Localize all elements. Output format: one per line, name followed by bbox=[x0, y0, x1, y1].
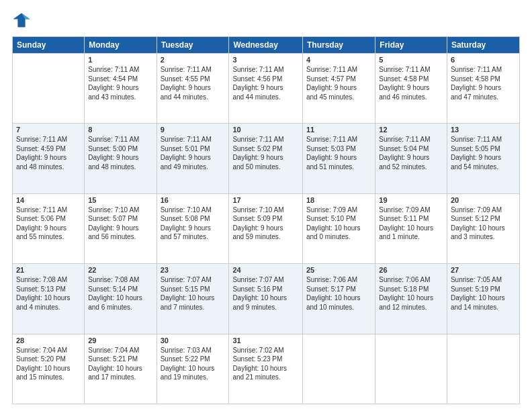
calendar-cell: 28Sunrise: 7:04 AMSunset: 5:20 PMDayligh… bbox=[13, 334, 85, 404]
calendar-cell: 13Sunrise: 7:11 AMSunset: 5:05 PMDayligh… bbox=[447, 124, 519, 193]
calendar-cell: 14Sunrise: 7:11 AMSunset: 5:06 PMDayligh… bbox=[13, 193, 85, 263]
cell-info: Sunrise: 7:11 AMSunset: 4:56 PMDaylight:… bbox=[232, 65, 299, 101]
cell-info: Sunrise: 7:06 AMSunset: 5:18 PMDaylight:… bbox=[379, 275, 443, 312]
calendar-cell: 8Sunrise: 7:11 AMSunset: 5:00 PMDaylight… bbox=[85, 124, 157, 193]
calendar-cell: 5Sunrise: 7:11 AMSunset: 4:58 PMDaylight… bbox=[375, 54, 447, 124]
calendar-cell: 10Sunrise: 7:11 AMSunset: 5:02 PMDayligh… bbox=[229, 124, 303, 193]
weekday-wednesday: Wednesday bbox=[229, 37, 303, 54]
cell-info: Sunrise: 7:11 AMSunset: 4:58 PMDaylight:… bbox=[451, 65, 516, 101]
cell-info: Sunrise: 7:11 AMSunset: 5:02 PMDaylight:… bbox=[232, 135, 299, 171]
weekday-tuesday: Tuesday bbox=[157, 37, 229, 54]
calendar-cell bbox=[375, 334, 447, 404]
cell-info: Sunrise: 7:07 AMSunset: 5:16 PMDaylight:… bbox=[232, 275, 299, 312]
day-number: 5 bbox=[379, 56, 443, 64]
day-number: 3 bbox=[232, 56, 299, 64]
calendar-cell: 23Sunrise: 7:07 AMSunset: 5:15 PMDayligh… bbox=[157, 264, 229, 334]
calendar-cell bbox=[302, 334, 375, 404]
cell-info: Sunrise: 7:09 AMSunset: 5:10 PMDaylight:… bbox=[306, 205, 371, 242]
cell-info: Sunrise: 7:10 AMSunset: 5:07 PMDaylight:… bbox=[88, 205, 152, 242]
day-number: 2 bbox=[161, 56, 226, 64]
day-number: 10 bbox=[232, 126, 299, 134]
day-number: 11 bbox=[306, 126, 371, 134]
cell-info: Sunrise: 7:11 AMSunset: 4:54 PMDaylight:… bbox=[88, 65, 152, 101]
day-number: 26 bbox=[379, 266, 443, 274]
page: SundayMondayTuesdayWednesdayThursdayFrid… bbox=[0, 0, 532, 411]
logo-bird-icon bbox=[12, 11, 31, 30]
calendar-cell: 16Sunrise: 7:10 AMSunset: 5:08 PMDayligh… bbox=[157, 193, 229, 263]
week-row-4: 28Sunrise: 7:04 AMSunset: 5:20 PMDayligh… bbox=[13, 334, 520, 404]
day-number: 12 bbox=[379, 126, 443, 134]
day-number: 29 bbox=[88, 336, 152, 345]
calendar-cell bbox=[13, 54, 85, 124]
day-number: 31 bbox=[232, 336, 299, 345]
day-number: 13 bbox=[451, 126, 516, 134]
day-number: 14 bbox=[16, 196, 81, 204]
day-number: 7 bbox=[16, 126, 81, 134]
cell-info: Sunrise: 7:10 AMSunset: 5:08 PMDaylight:… bbox=[161, 205, 226, 242]
day-number: 20 bbox=[451, 196, 516, 204]
cell-info: Sunrise: 7:11 AMSunset: 4:57 PMDaylight:… bbox=[306, 65, 371, 101]
day-number: 19 bbox=[379, 196, 443, 204]
calendar-cell: 9Sunrise: 7:11 AMSunset: 5:01 PMDaylight… bbox=[157, 124, 229, 193]
cell-info: Sunrise: 7:04 AMSunset: 5:21 PMDaylight:… bbox=[88, 346, 152, 382]
weekday-thursday: Thursday bbox=[302, 37, 375, 54]
calendar-cell: 4Sunrise: 7:11 AMSunset: 4:57 PMDaylight… bbox=[302, 54, 375, 124]
cell-info: Sunrise: 7:08 AMSunset: 5:13 PMDaylight:… bbox=[16, 275, 81, 312]
calendar-cell: 19Sunrise: 7:09 AMSunset: 5:11 PMDayligh… bbox=[375, 193, 447, 263]
day-number: 4 bbox=[306, 56, 371, 64]
weekday-sunday: Sunday bbox=[13, 37, 85, 54]
cell-info: Sunrise: 7:10 AMSunset: 5:09 PMDaylight:… bbox=[232, 205, 299, 242]
header bbox=[12, 11, 520, 30]
logo bbox=[12, 11, 34, 30]
calendar-cell: 21Sunrise: 7:08 AMSunset: 5:13 PMDayligh… bbox=[13, 264, 85, 334]
day-number: 15 bbox=[88, 196, 152, 204]
calendar-cell: 24Sunrise: 7:07 AMSunset: 5:16 PMDayligh… bbox=[229, 264, 303, 334]
calendar-cell: 6Sunrise: 7:11 AMSunset: 4:58 PMDaylight… bbox=[447, 54, 519, 124]
cell-info: Sunrise: 7:11 AMSunset: 5:04 PMDaylight:… bbox=[379, 135, 443, 171]
calendar-cell: 1Sunrise: 7:11 AMSunset: 4:54 PMDaylight… bbox=[85, 54, 157, 124]
calendar-cell: 11Sunrise: 7:11 AMSunset: 5:03 PMDayligh… bbox=[302, 124, 375, 193]
day-number: 8 bbox=[88, 126, 152, 134]
day-number: 25 bbox=[306, 266, 371, 274]
calendar-cell: 31Sunrise: 7:02 AMSunset: 5:23 PMDayligh… bbox=[229, 334, 303, 404]
calendar-cell: 22Sunrise: 7:08 AMSunset: 5:14 PMDayligh… bbox=[85, 264, 157, 334]
day-number: 1 bbox=[88, 56, 152, 64]
day-number: 9 bbox=[161, 126, 226, 134]
cell-info: Sunrise: 7:03 AMSunset: 5:22 PMDaylight:… bbox=[161, 346, 226, 382]
calendar-cell: 18Sunrise: 7:09 AMSunset: 5:10 PMDayligh… bbox=[302, 193, 375, 263]
cell-info: Sunrise: 7:11 AMSunset: 4:59 PMDaylight:… bbox=[16, 135, 81, 171]
calendar-cell: 7Sunrise: 7:11 AMSunset: 4:59 PMDaylight… bbox=[13, 124, 85, 193]
day-number: 22 bbox=[88, 266, 152, 274]
weekday-saturday: Saturday bbox=[447, 37, 519, 54]
calendar-cell: 25Sunrise: 7:06 AMSunset: 5:17 PMDayligh… bbox=[302, 264, 375, 334]
week-row-3: 21Sunrise: 7:08 AMSunset: 5:13 PMDayligh… bbox=[13, 264, 520, 334]
cell-info: Sunrise: 7:04 AMSunset: 5:20 PMDaylight:… bbox=[16, 346, 81, 382]
day-number: 21 bbox=[16, 266, 81, 274]
weekday-friday: Friday bbox=[375, 37, 447, 54]
day-number: 30 bbox=[161, 336, 226, 345]
cell-info: Sunrise: 7:07 AMSunset: 5:15 PMDaylight:… bbox=[161, 275, 226, 312]
cell-info: Sunrise: 7:11 AMSunset: 5:01 PMDaylight:… bbox=[161, 135, 226, 171]
week-row-2: 14Sunrise: 7:11 AMSunset: 5:06 PMDayligh… bbox=[13, 193, 520, 263]
cell-info: Sunrise: 7:02 AMSunset: 5:23 PMDaylight:… bbox=[232, 346, 299, 382]
calendar-cell: 27Sunrise: 7:05 AMSunset: 5:19 PMDayligh… bbox=[447, 264, 519, 334]
calendar-cell: 17Sunrise: 7:10 AMSunset: 5:09 PMDayligh… bbox=[229, 193, 303, 263]
day-number: 23 bbox=[161, 266, 226, 274]
day-number: 17 bbox=[232, 196, 299, 204]
cell-info: Sunrise: 7:09 AMSunset: 5:12 PMDaylight:… bbox=[451, 205, 516, 242]
week-row-0: 1Sunrise: 7:11 AMSunset: 4:54 PMDaylight… bbox=[13, 54, 520, 124]
day-number: 16 bbox=[161, 196, 226, 204]
cell-info: Sunrise: 7:11 AMSunset: 5:03 PMDaylight:… bbox=[306, 135, 371, 171]
calendar-cell: 12Sunrise: 7:11 AMSunset: 5:04 PMDayligh… bbox=[375, 124, 447, 193]
calendar-cell: 2Sunrise: 7:11 AMSunset: 4:55 PMDaylight… bbox=[157, 54, 229, 124]
day-number: 18 bbox=[306, 196, 371, 204]
weekday-header-row: SundayMondayTuesdayWednesdayThursdayFrid… bbox=[13, 37, 520, 54]
calendar-cell: 26Sunrise: 7:06 AMSunset: 5:18 PMDayligh… bbox=[375, 264, 447, 334]
calendar-cell: 30Sunrise: 7:03 AMSunset: 5:22 PMDayligh… bbox=[157, 334, 229, 404]
cell-info: Sunrise: 7:11 AMSunset: 4:55 PMDaylight:… bbox=[161, 65, 226, 101]
cell-info: Sunrise: 7:08 AMSunset: 5:14 PMDaylight:… bbox=[88, 275, 152, 312]
cell-info: Sunrise: 7:09 AMSunset: 5:11 PMDaylight:… bbox=[379, 205, 443, 242]
svg-marker-0 bbox=[13, 13, 30, 28]
day-number: 28 bbox=[16, 336, 81, 345]
calendar-cell: 3Sunrise: 7:11 AMSunset: 4:56 PMDaylight… bbox=[229, 54, 303, 124]
